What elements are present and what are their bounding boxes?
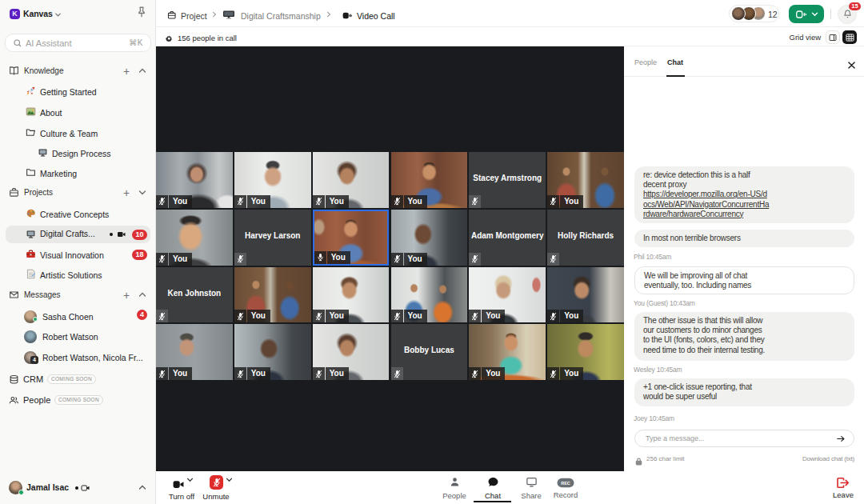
svg-text:REC: REC: [561, 481, 570, 486]
